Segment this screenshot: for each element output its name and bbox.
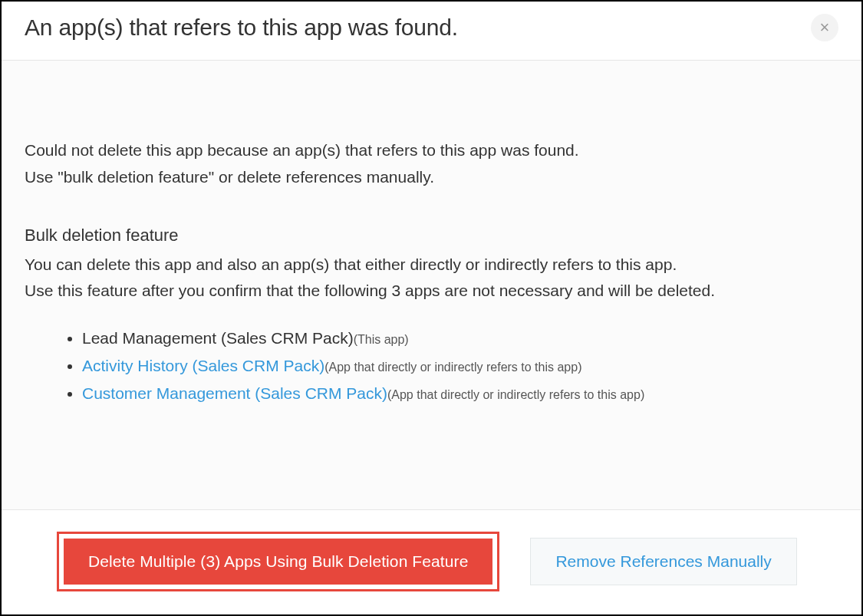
dialog-body: Could not delete this app because an app… <box>2 61 861 509</box>
app-note: (App that directly or indirectly refers … <box>324 361 581 374</box>
app-list: Lead Management (Sales CRM Pack)(This ap… <box>25 324 838 407</box>
app-name: Lead Management (Sales CRM Pack) <box>82 329 354 347</box>
section-desc-line-2: Use this feature after you confirm that … <box>25 278 838 304</box>
dialog-title: An app(s) that refers to this app was fo… <box>25 15 458 41</box>
list-item: Lead Management (Sales CRM Pack)(This ap… <box>82 324 838 352</box>
section-heading: Bulk deletion feature <box>25 226 838 245</box>
dialog-footer: Delete Multiple (3) Apps Using Bulk Dele… <box>2 509 861 614</box>
app-note: (App that directly or indirectly refers … <box>387 388 644 401</box>
primary-button-highlight: Delete Multiple (3) Apps Using Bulk Dele… <box>57 532 499 591</box>
app-link[interactable]: Customer Management (Sales CRM Pack) <box>82 384 387 402</box>
list-item: Activity History (Sales CRM Pack)(App th… <box>82 352 838 380</box>
close-button[interactable]: × <box>811 14 838 41</box>
bulk-deletion-section: Bulk deletion feature You can delete thi… <box>25 226 838 407</box>
intro-line-1: Could not delete this app because an app… <box>25 137 838 164</box>
remove-references-button[interactable]: Remove References Manually <box>530 538 796 585</box>
delete-multiple-button[interactable]: Delete Multiple (3) Apps Using Bulk Dele… <box>64 539 492 585</box>
delete-app-dialog: An app(s) that refers to this app was fo… <box>2 2 861 614</box>
close-icon: × <box>820 18 830 38</box>
intro-text: Could not delete this app because an app… <box>25 137 838 190</box>
section-description: You can delete this app and also an app(… <box>25 252 838 303</box>
app-note: (This app) <box>354 333 409 346</box>
intro-line-2: Use "bulk deletion feature" or delete re… <box>25 164 838 191</box>
list-item: Customer Management (Sales CRM Pack)(App… <box>82 380 838 407</box>
section-desc-line-1: You can delete this app and also an app(… <box>25 252 838 278</box>
dialog-header: An app(s) that refers to this app was fo… <box>2 2 861 61</box>
app-link[interactable]: Activity History (Sales CRM Pack) <box>82 357 324 374</box>
